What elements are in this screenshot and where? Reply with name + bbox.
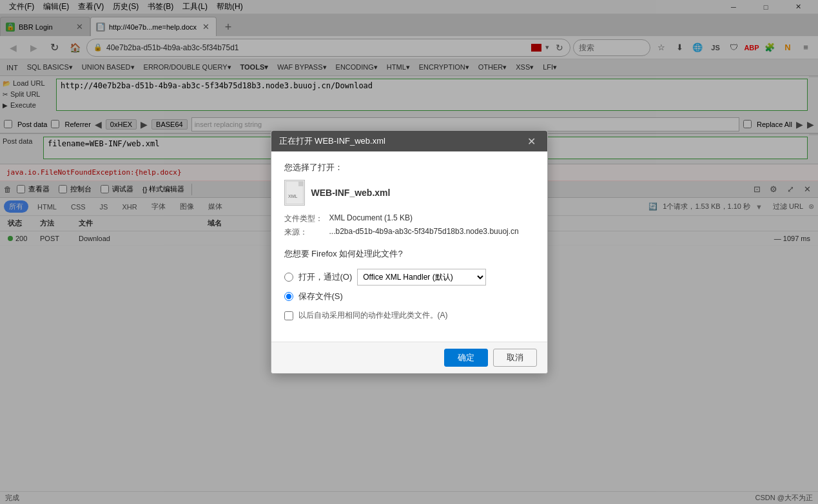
svg-rect-2 [298, 181, 304, 186]
modal-file-name: WEB-INF_web.xml [311, 188, 391, 198]
radio-open-row: 打开，通过(O) Office XML Handler (默认) [284, 269, 534, 286]
svg-text:XML: XML [288, 194, 298, 199]
radio-open-label: 打开，通过(O) [298, 271, 353, 283]
modal-overlay: 正在打开 WEB-INF_web.xml ✕ 您选择了打开： XML WEB-I… [0, 0, 818, 504]
radio-open[interactable] [284, 273, 293, 282]
modal-radio-group: 打开，通过(O) Office XML Handler (默认) 保存文件(S) [284, 269, 534, 302]
file-source-value: ...b2ba-d51b-4b9a-ab3c-5f34b75d18b3.node… [329, 227, 519, 236]
auto-action-checkbox[interactable] [284, 311, 293, 320]
file-source-row: 来源： ...b2ba-d51b-4b9a-ab3c-5f34b75d18b3.… [284, 227, 534, 238]
file-type-label: 文件类型： [284, 213, 329, 224]
radio-save-row: 保存文件(S) [284, 291, 534, 302]
file-type-row: 文件类型： XML Document (1.5 KB) [284, 213, 534, 224]
modal-body: 您选择了打开： XML WEB-INF_web.xml 文件类型： XML Do… [271, 151, 547, 342]
modal-auto-action-row: 以后自动采用相同的动作处理此类文件。(A) [284, 310, 534, 321]
modal-file-info: XML WEB-INF_web.xml [284, 180, 534, 206]
modal-question: 您想要 Firefox 如何处理此文件? [284, 248, 534, 260]
modal-title: 正在打开 WEB-INF_web.xml [279, 135, 524, 147]
confirm-button[interactable]: 确定 [444, 349, 488, 367]
radio-save-label: 保存文件(S) [298, 291, 343, 302]
file-source-label: 来源： [284, 227, 329, 238]
auto-action-label: 以后自动采用相同的动作处理此类文件。(A) [298, 310, 448, 321]
cancel-button[interactable]: 取消 [493, 349, 537, 367]
modal-dialog: 正在打开 WEB-INF_web.xml ✕ 您选择了打开： XML WEB-I… [271, 130, 548, 374]
file-type-icon: XML [284, 180, 305, 206]
modal-close-button[interactable]: ✕ [524, 133, 540, 149]
file-type-value: XML Document (1.5 KB) [329, 213, 413, 222]
app-selector[interactable]: Office XML Handler (默认) [357, 269, 486, 286]
modal-section-label: 您选择了打开： [284, 162, 534, 173]
modal-file-details: 文件类型： XML Document (1.5 KB) 来源： ...b2ba-… [284, 213, 534, 238]
modal-footer: 确定 取消 [271, 342, 547, 373]
xml-file-icon: XML [286, 181, 304, 204]
modal-titlebar: 正在打开 WEB-INF_web.xml ✕ [271, 131, 547, 151]
radio-save[interactable] [284, 292, 293, 301]
